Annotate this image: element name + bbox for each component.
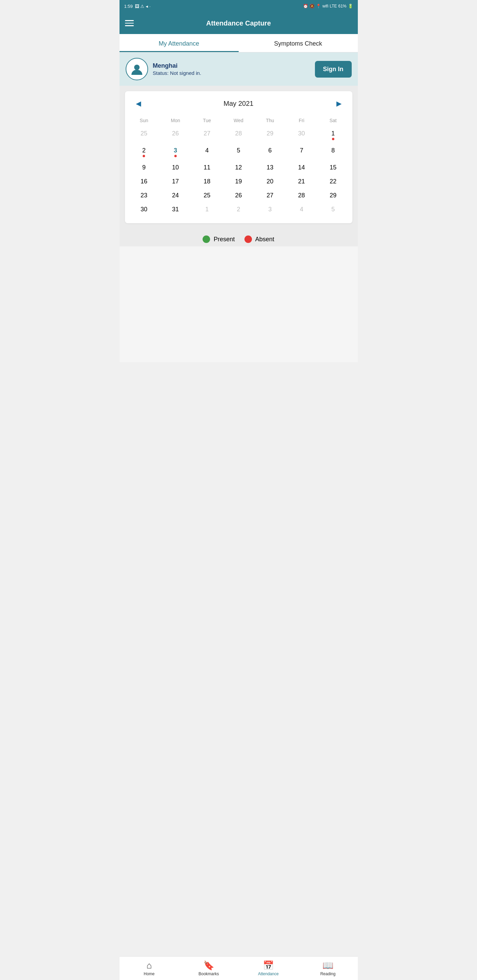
calendar: ◀ May 2021 ▶ Sun Mon Tue Wed Thu Fri Sat… bbox=[125, 91, 353, 223]
cal-cell-r1c6[interactable]: 8 bbox=[317, 143, 349, 161]
home-icon: ⌂ bbox=[147, 960, 152, 971]
nav-bookmarks[interactable]: 🔖 Bookmarks bbox=[179, 956, 239, 980]
cal-cell-r2c4[interactable]: 13 bbox=[254, 161, 286, 175]
cal-dot-red bbox=[143, 155, 145, 157]
hamburger-menu[interactable] bbox=[125, 20, 134, 26]
cal-day-number: 29 bbox=[330, 192, 337, 199]
calendar-prev-button[interactable]: ◀ bbox=[132, 98, 144, 109]
nav-attendance[interactable]: 📅 Attendance bbox=[239, 956, 298, 980]
cal-cell-r1c4[interactable]: 6 bbox=[254, 143, 286, 161]
cal-cell-r4c5[interactable]: 28 bbox=[286, 189, 317, 202]
tab-my-attendance[interactable]: My Attendance bbox=[120, 34, 239, 52]
nav-reading[interactable]: 📖 Reading bbox=[298, 956, 358, 980]
status-bar-left: 1:59 🖼 ⚠ ◂ · bbox=[124, 4, 151, 9]
cal-day-number: 25 bbox=[140, 130, 147, 137]
cal-day-number: 3 bbox=[174, 147, 177, 154]
status-time: 1:59 bbox=[124, 4, 133, 9]
cal-cell-r0c1[interactable]: 26 bbox=[160, 127, 191, 143]
cal-cell-r4c6[interactable]: 29 bbox=[317, 189, 349, 202]
cal-day-number: 22 bbox=[330, 178, 337, 185]
cal-day-number: 23 bbox=[140, 192, 147, 199]
cal-cell-r1c5[interactable]: 7 bbox=[286, 143, 317, 161]
nav-home[interactable]: ⌂ Home bbox=[120, 956, 179, 980]
cal-cell-r2c5[interactable]: 14 bbox=[286, 161, 317, 175]
cal-day-number: 19 bbox=[235, 178, 242, 185]
calendar-day-headers: Sun Mon Tue Wed Thu Fri Sat bbox=[128, 116, 349, 127]
cal-day-number: 5 bbox=[331, 206, 335, 213]
cal-day-number: 27 bbox=[266, 192, 273, 199]
cal-day-number: 31 bbox=[172, 206, 179, 213]
cal-cell-r0c3[interactable]: 28 bbox=[223, 127, 254, 143]
cal-cell-r3c5[interactable]: 21 bbox=[286, 175, 317, 189]
tab-symptoms-check[interactable]: Symptoms Check bbox=[239, 34, 358, 52]
cal-cell-r3c2[interactable]: 18 bbox=[191, 175, 223, 189]
cal-day-number: 5 bbox=[237, 147, 240, 154]
cal-day-number: 10 bbox=[172, 164, 179, 171]
signal-icon: LTE bbox=[330, 4, 337, 8]
cal-cell-r1c1[interactable]: 3 bbox=[160, 143, 191, 161]
cal-cell-r3c1[interactable]: 17 bbox=[160, 175, 191, 189]
cal-cell-r2c0[interactable]: 9 bbox=[128, 161, 160, 175]
nav-home-label: Home bbox=[144, 972, 155, 976]
cal-day-number: 4 bbox=[300, 206, 303, 213]
bookmarks-icon: 🔖 bbox=[203, 960, 214, 971]
cal-cell-r2c1[interactable]: 10 bbox=[160, 161, 191, 175]
cal-day-number: 9 bbox=[142, 164, 146, 171]
cal-cell-r5c5[interactable]: 4 bbox=[286, 202, 317, 216]
cal-cell-r3c4[interactable]: 20 bbox=[254, 175, 286, 189]
cal-day-number: 7 bbox=[300, 147, 303, 154]
battery-pct: 61% bbox=[338, 4, 346, 8]
cal-cell-r2c3[interactable]: 12 bbox=[223, 161, 254, 175]
cal-day-number: 26 bbox=[172, 130, 179, 137]
cal-day-number: 11 bbox=[204, 164, 211, 171]
legend-present: Present bbox=[203, 235, 235, 243]
cal-cell-r5c3[interactable]: 2 bbox=[223, 202, 254, 216]
absent-label: Absent bbox=[255, 236, 274, 243]
cal-day-number: 18 bbox=[204, 178, 211, 185]
cal-cell-r5c1[interactable]: 31 bbox=[160, 202, 191, 216]
cal-cell-r3c0[interactable]: 16 bbox=[128, 175, 160, 189]
bottom-nav: ⌂ Home 🔖 Bookmarks 📅 Attendance 📖 Readin… bbox=[120, 956, 358, 980]
cal-cell-r1c3[interactable]: 5 bbox=[223, 143, 254, 161]
mute-icon: 🔕 bbox=[309, 4, 314, 8]
cal-cell-r5c6[interactable]: 5 bbox=[317, 202, 349, 216]
cal-cell-r0c2[interactable]: 27 bbox=[191, 127, 223, 143]
attendance-icon: 📅 bbox=[263, 960, 274, 971]
cal-cell-r0c6[interactable]: 1 bbox=[317, 127, 349, 143]
calendar-next-button[interactable]: ▶ bbox=[333, 98, 345, 109]
cal-cell-r1c2[interactable]: 4 bbox=[191, 143, 223, 161]
cal-cell-r4c1[interactable]: 24 bbox=[160, 189, 191, 202]
cal-cell-r2c2[interactable]: 11 bbox=[191, 161, 223, 175]
cal-cell-r1c0[interactable]: 2 bbox=[128, 143, 160, 161]
sign-in-button[interactable]: Sign In bbox=[315, 61, 352, 78]
cal-cell-r0c4[interactable]: 29 bbox=[254, 127, 286, 143]
cal-cell-r5c2[interactable]: 1 bbox=[191, 202, 223, 216]
cal-day-number: 3 bbox=[268, 206, 272, 213]
cal-cell-r4c4[interactable]: 27 bbox=[254, 189, 286, 202]
cal-day-number: 1 bbox=[205, 206, 209, 213]
cal-day-number: 4 bbox=[205, 147, 209, 154]
calendar-legend: Present Absent bbox=[120, 229, 358, 247]
cal-day-number: 6 bbox=[268, 147, 272, 154]
tab-bar: My Attendance Symptoms Check bbox=[120, 34, 358, 52]
cal-cell-r3c6[interactable]: 22 bbox=[317, 175, 349, 189]
cal-cell-r0c0[interactable]: 25 bbox=[128, 127, 160, 143]
cal-cell-r4c2[interactable]: 25 bbox=[191, 189, 223, 202]
status-icons: 🖼 ⚠ ◂ · bbox=[135, 4, 150, 9]
cal-cell-r5c4[interactable]: 3 bbox=[254, 202, 286, 216]
calendar-section: ◀ May 2021 ▶ Sun Mon Tue Wed Thu Fri Sat… bbox=[120, 86, 358, 229]
cal-cell-r4c3[interactable]: 26 bbox=[223, 189, 254, 202]
cal-cell-r4c0[interactable]: 23 bbox=[128, 189, 160, 202]
present-label: Present bbox=[214, 236, 235, 243]
cal-day-number: 25 bbox=[204, 192, 211, 199]
status-bar: 1:59 🖼 ⚠ ◂ · ⏰ 🔕 📍 wifi LTE 61% 🔋 bbox=[120, 0, 358, 12]
user-status: Status: Not signed in. bbox=[153, 70, 310, 76]
cal-cell-r0c5[interactable]: 30 bbox=[286, 127, 317, 143]
cal-cell-r3c3[interactable]: 19 bbox=[223, 175, 254, 189]
cal-day-number: 16 bbox=[140, 178, 147, 185]
day-header-mon: Mon bbox=[160, 116, 191, 127]
cal-cell-r2c6[interactable]: 15 bbox=[317, 161, 349, 175]
day-header-wed: Wed bbox=[223, 116, 254, 127]
cal-cell-r5c0[interactable]: 30 bbox=[128, 202, 160, 216]
cal-day-number: 29 bbox=[266, 130, 273, 137]
